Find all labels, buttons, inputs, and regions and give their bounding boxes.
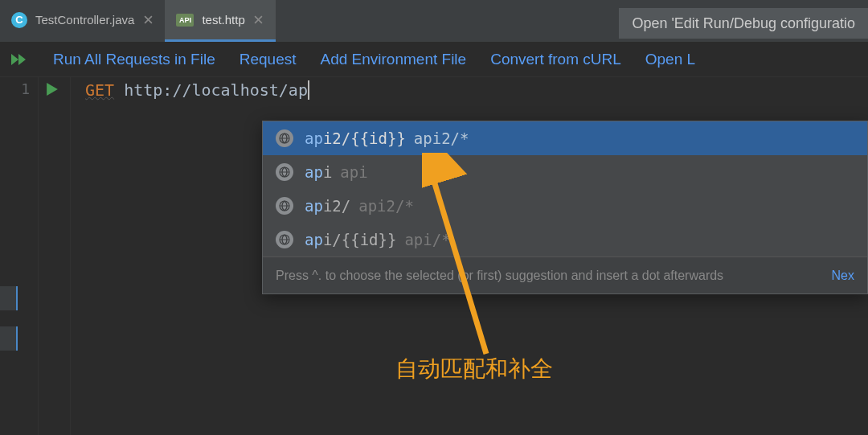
http-url: http://localhost/ap [124, 80, 308, 100]
tool-item[interactable] [0, 326, 18, 351]
globe-icon [276, 231, 293, 248]
convert-curl-link[interactable]: Convert from cURL [490, 51, 621, 68]
request-link[interactable]: Request [240, 51, 297, 68]
tool-item[interactable] [0, 286, 18, 310]
completion-text: api2/api2/* [305, 197, 414, 215]
completion-item[interactable]: api2/api2/* [263, 189, 867, 223]
completion-item[interactable]: api2/{{id}}api2/* [263, 121, 867, 155]
http-method: GET [85, 80, 114, 100]
close-icon[interactable] [253, 14, 264, 26]
tab-bar: C TestController.java API test.http Open… [0, 0, 868, 42]
completion-popup: api2/{{id}}api2/* apiapi api2/api2/* api… [262, 121, 868, 294]
completion-text: api2/{{id}}api2/* [305, 129, 469, 147]
run-line-icon[interactable] [47, 83, 70, 96]
run-gutter [39, 77, 71, 435]
annotation-label: 自动匹配和补全 [395, 354, 553, 384]
completion-item[interactable]: api/{{id}}api/* [263, 223, 867, 256]
globe-icon [276, 197, 293, 215]
line-gutter: 1 [0, 77, 39, 435]
run-all-icon[interactable] [11, 51, 29, 68]
completion-text: api/{{id}}api/* [305, 231, 451, 248]
open-log-link[interactable]: Open L [645, 51, 695, 68]
run-all-link[interactable]: Run All Requests in File [53, 51, 215, 68]
api-file-icon: API [176, 14, 194, 27]
java-class-icon: C [11, 12, 27, 28]
text-caret [308, 80, 309, 100]
completion-text: apiapi [305, 163, 368, 181]
completion-next[interactable]: Nex [832, 269, 854, 283]
close-icon[interactable] [142, 14, 154, 26]
line-number: 1 [21, 80, 30, 97]
tab-testcontroller[interactable]: C TestController.java [0, 0, 165, 42]
completion-item[interactable]: apiapi [263, 155, 867, 189]
completion-hint: Press ^. to choose the selected (or firs… [276, 269, 723, 283]
globe-icon [276, 163, 293, 181]
left-tool-strip [0, 286, 18, 351]
http-toolbar: Run All Requests in File Request Add Env… [0, 42, 868, 77]
add-env-link[interactable]: Add Environment File [321, 51, 467, 68]
tab-test-http[interactable]: API test.http [165, 0, 275, 42]
tab-label: test.http [202, 13, 244, 27]
globe-icon [276, 129, 293, 147]
tab-label: TestController.java [35, 13, 134, 27]
run-config-banner[interactable]: Open 'Edit Run/Debug configuratio [619, 8, 868, 39]
completion-footer: Press ^. to choose the selected (or firs… [263, 256, 867, 293]
